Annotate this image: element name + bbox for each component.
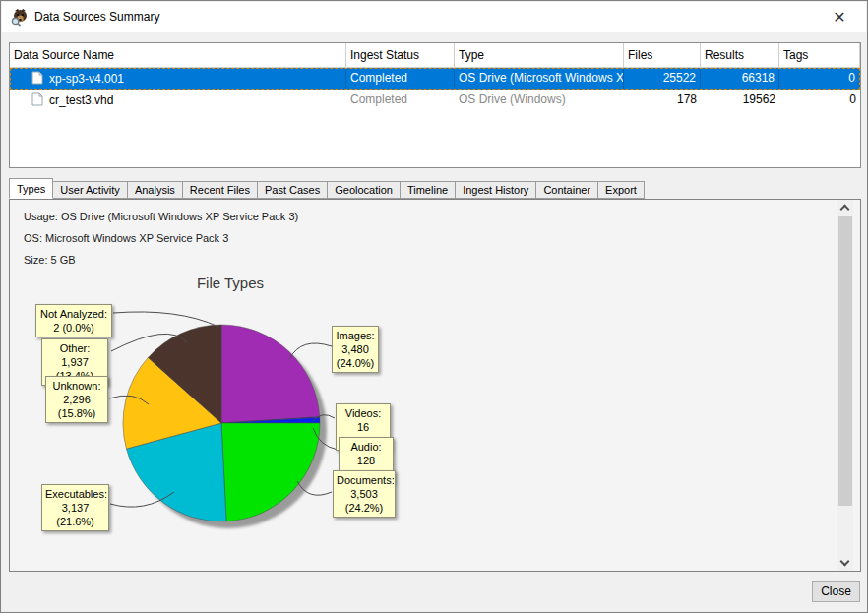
window-title: Data Sources Summary [34, 10, 159, 24]
pie-label-not-analyzed: Not Analyzed: 2 (0.0%) [35, 304, 112, 337]
pie-label-images: Images: 3,480 (24.0%) [332, 326, 379, 373]
file-icon [31, 92, 43, 106]
size-label: Size: 5 GB [24, 254, 76, 266]
col-header-ingest-status[interactable]: Ingest Status [346, 43, 455, 68]
tab-ingest-history[interactable]: Ingest History [455, 181, 536, 199]
data-sources-table: Data Source Name Ingest Status Type File… [9, 42, 861, 168]
cell-files: 178 [624, 90, 701, 111]
cell-type: OS Drive (Windows) [455, 90, 624, 111]
scrollbar-thumb[interactable] [838, 216, 852, 506]
title-bar: Data Sources Summary ✕ [2, 2, 866, 32]
cell-name: xp-sp3-v4.001 [10, 68, 346, 90]
cell-tags: 0 [779, 90, 860, 111]
tab-recent-files[interactable]: Recent Files [182, 181, 258, 199]
tab-timeline[interactable]: Timeline [400, 181, 456, 199]
cell-name: cr_test3.vhd [10, 90, 346, 111]
usage-label: Usage: OS Drive (Microsoft Windows XP Se… [24, 211, 298, 222]
window-close-icon[interactable]: ✕ [827, 6, 852, 30]
vertical-scrollbar[interactable] [837, 200, 853, 571]
cell-files: 25522 [624, 68, 701, 90]
tab-container[interactable]: Container [535, 181, 598, 199]
pie-label-executables: Executables: 3,137 (21.6%) [41, 484, 109, 531]
scroll-up-icon[interactable] [837, 200, 853, 215]
tab-past-cases[interactable]: Past Cases [257, 181, 328, 199]
col-header-name[interactable]: Data Source Name [10, 43, 346, 68]
scroll-down-icon[interactable] [837, 555, 853, 571]
os-label: OS: Microsoft Windows XP Service Pack 3 [24, 232, 228, 244]
col-header-files[interactable]: Files [624, 43, 701, 68]
summary-tabs: Types User Activity Analysis Recent File… [9, 179, 644, 199]
pie-label-unknown: Unknown: 2,296 (15.8%) [45, 376, 108, 423]
tab-analysis[interactable]: Analysis [127, 181, 183, 199]
col-header-type[interactable]: Type [455, 43, 624, 68]
types-tab-panel: Usage: OS Drive (Microsoft Windows XP Se… [9, 199, 861, 572]
tab-user-activity[interactable]: User Activity [52, 181, 128, 199]
tab-types[interactable]: Types [9, 178, 53, 199]
cell-ingest-status: Completed [346, 90, 455, 111]
col-header-results[interactable]: Results [701, 43, 779, 68]
tab-export[interactable]: Export [597, 181, 645, 199]
table-row[interactable]: xp-sp3-v4.001 Completed OS Drive (Micros… [10, 68, 860, 90]
table-row[interactable]: cr_test3.vhd Completed OS Drive (Windows… [10, 90, 860, 111]
cell-type: OS Drive (Microsoft Windows X... [455, 68, 624, 90]
file-icon [31, 71, 43, 85]
cell-tags: 0 [779, 68, 860, 90]
data-sources-summary-dialog: Data Sources Summary ✕ Data Source Name … [0, 0, 868, 613]
close-button[interactable]: Close [812, 581, 860, 602]
autopsy-dog-icon [11, 8, 30, 27]
table-header: Data Source Name Ingest Status Type File… [10, 43, 860, 68]
pie-label-documents: Documents: 3,503 (24.2%) [333, 470, 396, 518]
cell-results: 66318 [701, 68, 779, 90]
chart-title: File Types [24, 275, 437, 291]
col-header-tags[interactable]: Tags [779, 43, 860, 68]
cell-results: 19562 [701, 90, 779, 111]
cell-ingest-status: Completed [346, 68, 455, 90]
tab-geolocation[interactable]: Geolocation [327, 181, 401, 199]
